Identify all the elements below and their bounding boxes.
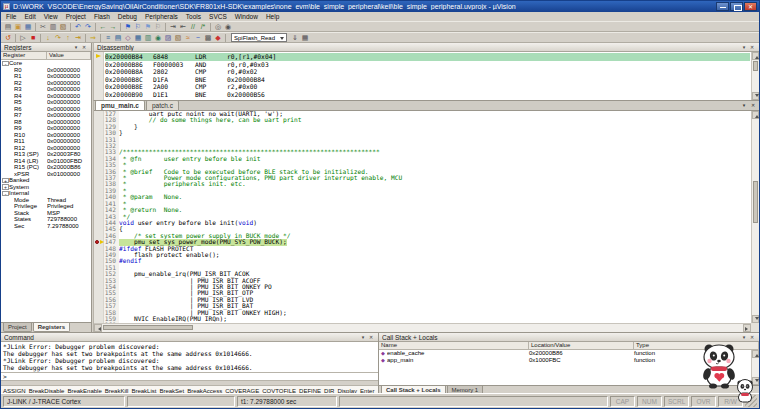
scroll-down-icon[interactable] xyxy=(752,377,759,385)
tree-expander-icon[interactable] xyxy=(7,87,14,93)
undo-button[interactable]: ↶ xyxy=(73,22,83,32)
tab-registers[interactable]: Registers xyxy=(33,323,70,332)
code-area[interactable]: 127 uart_putc_noint_no_wait(UART1, 'w');… xyxy=(94,111,751,323)
tree-expander-icon[interactable] xyxy=(7,165,14,171)
indent-button[interactable]: ⇥ xyxy=(168,22,178,32)
tab-pmu-main-c[interactable]: pmu_main.c xyxy=(95,100,145,110)
tree-expander-icon[interactable] xyxy=(7,80,14,86)
analysis-window-button[interactable]: ≈ xyxy=(183,33,193,43)
register-row[interactable]: Sec 7.29788000 xyxy=(1,223,91,230)
tab-project[interactable]: Project xyxy=(3,323,32,332)
menu-peripherals[interactable]: Peripherals xyxy=(141,12,182,21)
bookmark-prev-button[interactable]: ⚐ xyxy=(133,22,143,32)
tree-expander-icon[interactable] xyxy=(7,126,14,132)
disassembly-line[interactable]: 0x20000B84 6848 LDR r0,[r1,#0x04] xyxy=(105,53,750,61)
disassembly-line[interactable]: 0x20000B8C D1FA BNE 0x20000B84 xyxy=(105,76,750,84)
cut-button[interactable]: ✂ xyxy=(38,22,48,32)
scrollbar-thumb[interactable] xyxy=(753,61,758,71)
resize-grip[interactable] xyxy=(745,395,757,407)
navigate-forward-button[interactable]: → xyxy=(108,22,118,32)
redo-button[interactable]: ↷ xyxy=(83,22,93,32)
open-file-button[interactable]: ▣ xyxy=(13,22,23,32)
tree-expander-icon[interactable]: - xyxy=(2,191,9,197)
run-to-cursor-button[interactable]: ⇥ xyxy=(73,33,83,43)
tree-expander-icon[interactable] xyxy=(7,158,14,164)
memory-window-button[interactable]: ▨ xyxy=(163,33,173,43)
disassembly-scrollbar[interactable] xyxy=(751,52,759,100)
scroll-down-icon[interactable] xyxy=(752,315,759,323)
close-icon[interactable] xyxy=(748,43,756,51)
disassembly-window-button[interactable]: ▤ xyxy=(113,33,123,43)
pin-icon[interactable] xyxy=(72,43,80,51)
navigate-back-button[interactable]: ← xyxy=(98,22,108,32)
system-viewer-button[interactable]: ▩ xyxy=(203,33,213,43)
flash-download-button[interactable]: ⇓ xyxy=(290,33,300,43)
menu-svcs[interactable]: SVCS xyxy=(205,12,231,21)
outdent-button[interactable]: ⇤ xyxy=(178,22,188,32)
tree-expander-icon[interactable]: + xyxy=(2,178,9,184)
pin-icon[interactable] xyxy=(740,333,748,341)
command-window-button[interactable]: ≡ xyxy=(103,33,113,43)
minimize-button[interactable] xyxy=(716,2,729,11)
tree-expander-icon[interactable] xyxy=(7,119,14,125)
tab-patch-c[interactable]: patch.c xyxy=(146,100,179,110)
call-stack-row[interactable]: ◆ enable_cache 0x20000B86 function xyxy=(379,350,759,357)
tree-expander-icon[interactable] xyxy=(7,113,14,119)
pin-icon[interactable] xyxy=(359,333,367,341)
value-column-header[interactable]: Value xyxy=(47,52,91,59)
location-column-header[interactable]: Location/Value xyxy=(529,342,634,349)
disassembly-line[interactable]: 0x20000B8A 2802 CMP r0,#0x02 xyxy=(105,68,750,76)
menu-edit[interactable]: Edit xyxy=(20,12,39,21)
call-stack-scrollbar[interactable] xyxy=(751,350,759,385)
tree-expander-icon[interactable] xyxy=(7,152,14,158)
scroll-right-icon[interactable] xyxy=(743,324,751,332)
disassembly-margin[interactable] xyxy=(94,52,104,100)
target-options-button[interactable]: ▦ xyxy=(300,33,310,43)
step-out-button[interactable]: ↑ xyxy=(63,33,73,43)
menu-flash[interactable]: Flash xyxy=(90,12,114,21)
stop-button[interactable]: ■ xyxy=(28,33,38,43)
scrollbar-thumb[interactable] xyxy=(103,325,193,330)
command-input[interactable]: > xyxy=(1,373,378,381)
pin-icon[interactable] xyxy=(740,43,748,51)
close-button[interactable] xyxy=(744,2,757,11)
scroll-up-icon[interactable] xyxy=(752,52,759,60)
menu-window[interactable]: Window xyxy=(231,12,262,21)
menu-tools[interactable]: Tools xyxy=(182,12,205,21)
disassembly-line[interactable]: 0x20000B86 F0000003 AND r0,r0,#0x03 xyxy=(105,61,750,69)
menu-view[interactable]: View xyxy=(40,12,62,21)
uncomment-button[interactable]: /* xyxy=(198,22,208,32)
type-column-header[interactable]: Type xyxy=(634,342,759,349)
call-stack-row[interactable]: ◆ app_main 0x1000FBC function xyxy=(379,357,759,364)
symbol-window-button[interactable]: ◇ xyxy=(123,33,133,43)
editor-vertical-scrollbar[interactable] xyxy=(751,111,759,323)
tree-expander-icon[interactable]: + xyxy=(2,184,9,190)
watch-window-button[interactable]: ◉ xyxy=(153,33,163,43)
toolbox-button[interactable]: ◆ xyxy=(213,33,223,43)
tree-expander-icon[interactable]: - xyxy=(2,61,9,67)
call-stack-window-button[interactable]: ▥ xyxy=(143,33,153,43)
tree-expander-icon[interactable] xyxy=(7,223,14,229)
bookmark-clear-button[interactable]: ⚐ xyxy=(153,22,163,32)
menu-help[interactable]: Help xyxy=(262,12,283,21)
disassembly-line[interactable]: 0x20000B8E 2A00 CMP r2,#0x00 xyxy=(105,83,750,91)
tree-expander-icon[interactable] xyxy=(7,210,14,216)
menu-project[interactable]: Project xyxy=(62,12,90,21)
scrollbar-thumb[interactable] xyxy=(753,181,758,223)
find-in-files-button[interactable]: ◎ xyxy=(213,22,223,32)
tree-expander-icon[interactable] xyxy=(7,132,14,138)
menu-file[interactable]: File xyxy=(2,12,20,21)
tree-expander-icon[interactable] xyxy=(7,74,14,80)
scroll-down-icon[interactable] xyxy=(752,92,759,100)
scroll-left-icon[interactable] xyxy=(94,324,102,332)
run-button[interactable]: ▷ xyxy=(18,33,28,43)
tree-expander-icon[interactable] xyxy=(7,100,14,106)
editor-horizontal-scrollbar[interactable] xyxy=(94,323,751,332)
menu-debug[interactable]: Debug xyxy=(114,12,141,21)
name-column-header[interactable]: Name xyxy=(379,342,529,349)
tree-expander-icon[interactable] xyxy=(7,197,14,203)
trace-window-button[interactable]: ~ xyxy=(193,33,203,43)
show-next-statement-button[interactable]: ⇒ xyxy=(88,33,98,43)
copy-button[interactable]: ▥ xyxy=(48,22,58,32)
tree-expander-icon[interactable] xyxy=(7,217,14,223)
